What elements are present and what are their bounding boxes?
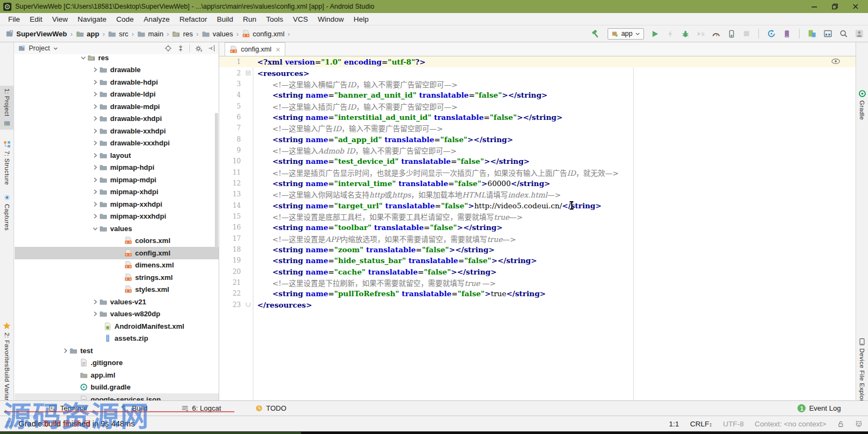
avatar-icon[interactable] [855,29,864,38]
maximize-icon[interactable] [826,1,844,12]
chevron-right-icon[interactable] [91,152,99,158]
menu-refactor[interactable]: Refactor [175,14,212,24]
tool-button-6-logcat[interactable]: 6: Logcat [181,404,221,412]
menu-tools[interactable]: Tools [261,14,289,24]
code-area[interactable]: 1<?xml version="1.0" encoding="utf-8"?>2… [219,56,856,400]
line-number[interactable]: 7 [219,124,243,132]
tool-button-build[interactable]: Build [120,404,148,412]
tab-config-xml[interactable]: config.xml [225,42,285,56]
menu-build[interactable]: Build [212,14,238,24]
breadcrumb-res[interactable]: res [171,29,194,39]
tree-item-mipmap-xxxhdpi[interactable]: mipmap-xxxhdpi [15,210,219,223]
instant-run-lightning-icon[interactable] [666,30,674,38]
tree-item-res[interactable]: res [15,55,219,64]
tree-item-config-xml[interactable]: config.xml [15,247,219,259]
menu-analyze[interactable]: Analyze [139,14,175,24]
gradle-sync-icon[interactable] [767,29,776,38]
chevron-right-icon[interactable] [91,311,99,317]
menu-vcs[interactable]: VCS [288,14,313,24]
lock-icon[interactable] [837,420,844,427]
tree-item-drawable-xxxhdpi[interactable]: drawable-xxxhdpi [15,137,219,150]
tool-button-terminal[interactable]: Terminal [49,404,87,412]
tree-item-mipmap-mdpi[interactable]: mipmap-mdpi [15,174,219,186]
line-number[interactable]: 12 [219,180,243,187]
chevron-down-icon[interactable] [91,226,99,232]
line-number[interactable]: 14 [219,202,243,209]
line-number[interactable]: 13 [219,190,243,198]
context-widget[interactable]: Context: <no context> [755,420,826,428]
tree-item-assets-zip[interactable]: assets.zip [15,333,219,345]
menu-file[interactable]: File [3,14,25,24]
close-tab-icon[interactable] [276,47,280,52]
tree-item-mipmap-xxhdpi[interactable]: mipmap-xxhdpi [15,198,219,210]
hector-icon[interactable] [855,420,863,427]
toolwindow-toggle-icon[interactable] [5,420,13,427]
tool-strip-device-file-explorer[interactable]: Device File Explorer [856,335,868,410]
tree-item-drawable-mdpi[interactable]: drawable-mdpi [15,100,219,113]
tree-item-colors-xml[interactable]: colors.xml [15,235,219,247]
chevron-right-icon[interactable] [91,79,99,85]
chevron-right-icon[interactable] [61,348,69,354]
menu-edit[interactable]: Edit [25,14,47,24]
line-number[interactable]: 18 [219,246,243,253]
chevron-right-icon[interactable] [91,67,99,73]
search-everywhere-icon[interactable] [839,29,848,38]
locate-icon[interactable] [164,44,172,52]
tree-item-mipmap-xhdpi[interactable]: mipmap-xhdpi [15,186,219,199]
debug-bug-icon[interactable] [681,30,690,38]
stop-icon[interactable] [743,30,750,37]
tree-item--gitignore[interactable]: .gitignore [15,357,219,369]
line-number[interactable]: 11 [219,169,243,176]
profiler-gauge-icon[interactable] [712,29,720,38]
sdk-manager-icon[interactable] [824,29,832,38]
chevron-right-icon[interactable] [91,189,99,195]
tool-strip-gradle[interactable]: Gradle [856,87,868,123]
line-number[interactable]: 2 [219,69,243,77]
fold-marker-icon[interactable] [243,71,253,75]
tool-button-todo[interactable]: TODO [255,404,286,412]
project-tree-scrollbar[interactable] [215,113,218,248]
tree-item-androidmanifest-xml[interactable]: AndroidManifest.xml [15,320,219,333]
tree-item-dimens-xml[interactable]: dimens.xml [15,259,219,272]
menu-code[interactable]: Code [111,14,138,24]
chevron-right-icon[interactable] [91,213,99,219]
profile-icon[interactable] [697,30,705,38]
collapse-all-icon[interactable] [177,44,184,52]
hide-panel-icon[interactable] [208,44,215,52]
menu-run[interactable]: Run [238,14,261,24]
breadcrumb-app[interactable]: app [75,29,100,39]
tree-item-drawable-xxhdpi[interactable]: drawable-xxhdpi [15,125,219,137]
breadcrumb-config-xml[interactable]: config.xml [241,29,286,39]
chevron-right-icon[interactable] [91,140,99,146]
chevron-right-icon[interactable] [91,116,99,122]
chevron-right-icon[interactable] [91,91,99,97]
tree-item-drawable-hdpi[interactable]: drawable-hdpi [15,76,219,88]
attach-debugger-icon[interactable] [727,30,736,38]
chevron-down-icon[interactable] [79,55,87,61]
breadcrumb-superviewweb[interactable]: SuperViewWeb [4,29,68,39]
fold-marker-icon[interactable] [243,302,253,307]
caret-position[interactable]: 1:1 [669,420,679,428]
tree-item-strings-xml[interactable]: strings.xml [15,271,219,284]
tree-item-drawable-xhdpi[interactable]: drawable-xhdpi [15,113,219,125]
build-hammer-icon[interactable] [591,29,601,39]
chevron-right-icon[interactable] [91,299,99,305]
tool-strip-1-project[interactable]: 1: Project [0,86,14,130]
tree-item-styles-xml[interactable]: styles.xml [15,284,219,296]
tree-item-drawable-ldpi[interactable]: drawable-ldpi [15,88,219,101]
event-log-button[interactable]: 1 Event Log [797,404,841,412]
tree-item-values-v21[interactable]: values-v21 [15,296,219,308]
line-number[interactable]: 19 [219,257,243,264]
minimize-icon[interactable] [805,1,824,12]
tool-strip-2-favorites[interactable]: 2: Favorites [0,319,14,370]
tree-item-layout[interactable]: layout [15,149,219,162]
chevron-right-icon[interactable] [91,104,99,110]
menu-view[interactable]: View [47,14,73,24]
line-number[interactable]: 15 [219,213,243,220]
layout-inspector-icon[interactable] [808,29,816,38]
line-number[interactable]: 20 [219,268,243,276]
chevron-down-icon[interactable] [53,46,58,51]
line-number[interactable]: 1 [219,58,243,66]
tree-item-mipmap-hdpi[interactable]: mipmap-hdpi [15,162,219,174]
line-number[interactable]: 9 [219,146,243,154]
